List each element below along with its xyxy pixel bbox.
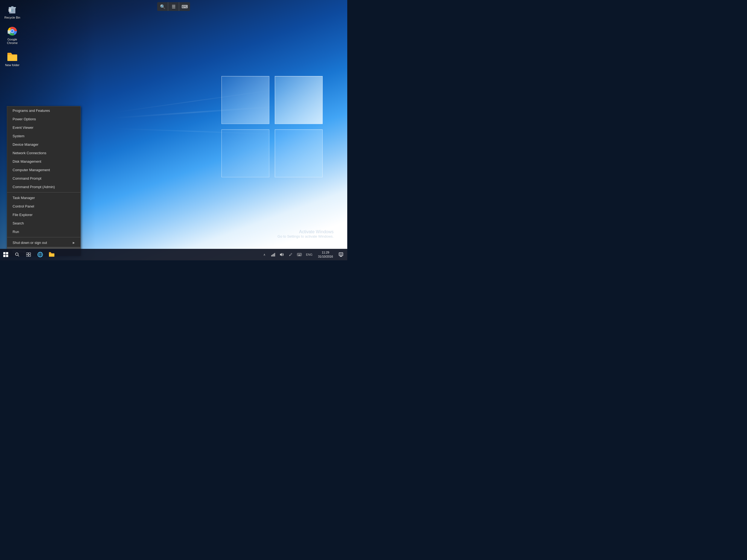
- svg-rect-40: [301, 254, 301, 254]
- menu-item-search[interactable]: Search: [7, 219, 80, 228]
- internet-explorer-button[interactable]: [34, 249, 46, 260]
- svg-rect-23: [29, 255, 31, 256]
- svg-rect-2: [11, 6, 14, 7]
- submenu-arrow: ▶: [73, 241, 75, 244]
- win-pane-1: [3, 252, 5, 254]
- menu-item-power-options[interactable]: Power Options: [7, 115, 80, 123]
- taskbar-clock[interactable]: 11:29 31/10/2016: [315, 249, 336, 260]
- tray-pen-icon[interactable]: [287, 249, 294, 260]
- taskbar-search-button[interactable]: [11, 249, 23, 260]
- tray-keyboard-icon[interactable]: [295, 249, 303, 260]
- tray-language-button[interactable]: ENG: [304, 249, 314, 260]
- svg-rect-41: [298, 255, 298, 255]
- svg-rect-29: [271, 255, 272, 256]
- svg-rect-43: [301, 255, 301, 255]
- new-folder-icon[interactable]: New folder: [3, 50, 22, 68]
- google-chrome-label: Google Chrome: [4, 38, 21, 45]
- google-chrome-icon[interactable]: Google Chrome: [3, 25, 22, 46]
- svg-rect-22: [26, 255, 28, 256]
- win-pane-2: [6, 252, 8, 254]
- svg-rect-37: [298, 254, 298, 254]
- magnifier-button[interactable]: 🔍: [157, 2, 168, 11]
- svg-rect-45: [339, 253, 343, 256]
- pen-icon: [289, 253, 292, 256]
- menu-separator-2: [7, 237, 80, 237]
- svg-rect-33: [275, 253, 275, 256]
- menu-item-shutdown-or-sign-out[interactable]: Shut down or sign out ▶: [7, 238, 80, 247]
- menu-item-run[interactable]: Run: [7, 228, 80, 236]
- svg-rect-39: [300, 254, 300, 254]
- system-tray: ∧: [261, 249, 347, 260]
- menu-item-device-manager[interactable]: Device Manager: [7, 140, 80, 149]
- clock-date: 31/10/2016: [318, 255, 333, 259]
- windows-logo-small: [3, 252, 8, 257]
- svg-point-13: [11, 30, 14, 32]
- menu-item-event-viewer[interactable]: Event Viewer: [7, 123, 80, 132]
- svg-rect-20: [26, 253, 28, 254]
- clock-time: 11:29: [322, 251, 330, 255]
- taskbar: ∧: [0, 249, 347, 260]
- win-pane-3: [3, 255, 5, 257]
- keyboard-icon: [297, 253, 302, 256]
- recycle-bin-label: Recycle Bin: [4, 16, 20, 19]
- menu-item-file-explorer[interactable]: File Explorer: [7, 210, 80, 219]
- volume-icon: [280, 253, 284, 256]
- activate-subtitle: Go to Settings to activate Windows.: [278, 234, 334, 238]
- menu-item-disk-management[interactable]: Disk Management: [7, 157, 80, 166]
- activate-windows-watermark: Activate Windows Go to Settings to activ…: [278, 229, 334, 238]
- menu-item-computer-management[interactable]: Computer Management: [7, 166, 80, 174]
- folder-svg: [7, 52, 18, 61]
- menu-button[interactable]: ☰: [168, 2, 179, 11]
- recycle-bin-svg: ♻: [7, 4, 18, 15]
- menu-item-control-panel[interactable]: Control Panel: [7, 202, 80, 210]
- svg-rect-38: [299, 254, 299, 254]
- keyboard-button[interactable]: ⌨: [179, 2, 190, 11]
- task-view-button[interactable]: [23, 249, 34, 260]
- win-logo-q3: [222, 129, 269, 177]
- action-center-button[interactable]: [337, 249, 345, 260]
- svg-marker-34: [280, 253, 282, 256]
- windows-logo: [222, 76, 325, 180]
- svg-rect-21: [29, 253, 31, 254]
- file-explorer-button[interactable]: [46, 249, 57, 260]
- context-menu: Programs and Features Power Options Even…: [7, 106, 81, 256]
- ie-icon: [37, 252, 43, 258]
- menu-item-command-prompt[interactable]: Command Prompt: [7, 174, 80, 183]
- network-icon: [271, 253, 275, 256]
- menu-item-programs-and-features[interactable]: Programs and Features: [7, 106, 80, 115]
- svg-rect-42: [299, 255, 300, 255]
- win-logo-q2: [275, 76, 323, 124]
- menu-item-system[interactable]: System: [7, 132, 80, 140]
- taskbar-search-icon: [15, 252, 19, 257]
- win-logo-q4: [275, 129, 323, 177]
- win-pane-4: [6, 255, 8, 257]
- menu-separator-1: [7, 192, 80, 193]
- svg-rect-44: [298, 255, 301, 256]
- start-button[interactable]: [0, 249, 11, 260]
- top-toolbar: 🔍 ☰ ⌨: [157, 2, 190, 11]
- recycle-bin-icon[interactable]: ♻ Recycle Bin: [3, 3, 22, 21]
- new-folder-label: New folder: [5, 63, 20, 67]
- chrome-svg: [7, 26, 18, 36]
- menu-item-task-manager[interactable]: Task Manager: [7, 194, 80, 202]
- file-explorer-icon: [49, 252, 55, 257]
- activate-title: Activate Windows: [278, 229, 334, 234]
- svg-rect-31: [273, 254, 274, 256]
- svg-rect-32: [274, 253, 274, 256]
- tray-volume-icon[interactable]: [278, 249, 286, 260]
- tray-chevron-button[interactable]: ∧: [261, 249, 268, 260]
- tray-network-icon[interactable]: [269, 249, 277, 260]
- desktop-icons: ♻ Recycle Bin: [3, 3, 22, 68]
- win-logo-q1: [222, 76, 269, 124]
- svg-rect-30: [272, 255, 273, 256]
- menu-item-network-connections[interactable]: Network Connections: [7, 149, 80, 157]
- svg-line-19: [18, 255, 19, 256]
- menu-item-command-prompt-admin[interactable]: Command Prompt (Admin): [7, 183, 80, 191]
- action-center-icon: [339, 252, 343, 257]
- svg-point-18: [16, 253, 18, 256]
- task-view-icon: [26, 252, 31, 257]
